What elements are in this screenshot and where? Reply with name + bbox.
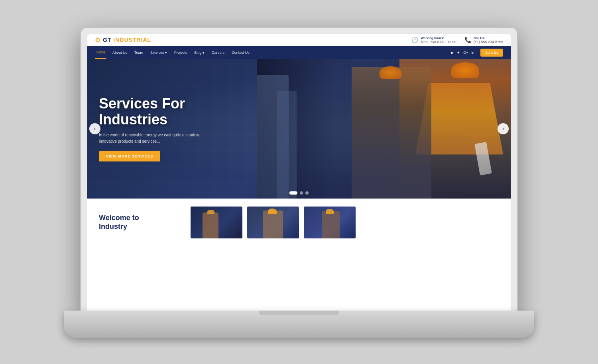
img1-helmet <box>207 210 214 214</box>
nav-link-team[interactable]: Team <box>134 47 144 59</box>
linkedin-icon[interactable]: in <box>471 51 474 55</box>
working-hours-label: Working hours: <box>421 36 456 40</box>
laptop-base <box>64 311 534 338</box>
bottom-images <box>191 207 499 238</box>
logo[interactable]: ⚙ GT INDUSTRIAL <box>95 36 151 44</box>
next-arrow-icon: › <box>502 126 504 132</box>
youtube-icon[interactable]: ▶ <box>451 51 454 55</box>
call-us-text: Call Us: (+1) 555 234-8765 <box>474 36 503 44</box>
hero-subtitle-line1: In the world of renewable energy we cast… <box>99 133 200 137</box>
nav-link-careers[interactable]: Careers <box>211 47 225 59</box>
img3-helmet <box>326 209 334 214</box>
bottom-image-1[interactable] <box>191 207 242 238</box>
twitter-icon[interactable]: ✦ <box>457 51 460 55</box>
hero-dot-1[interactable] <box>289 191 297 195</box>
laptop-screen: ⚙ GT INDUSTRIAL 🕐 Working hours: <box>87 34 511 314</box>
nav-link-services[interactable]: Services ▾ <box>150 47 168 59</box>
img3-worker <box>322 211 340 238</box>
nav-item-contact[interactable]: Contact Us <box>231 47 250 59</box>
working-hours-text: Working hours: Mon - Sat 8.00 - 18.00 <box>421 36 456 44</box>
hero-dot-3[interactable] <box>305 191 309 195</box>
nav-item-projects[interactable]: Projects <box>173 47 188 59</box>
nav-link-blog[interactable]: Blog ▾ <box>194 47 206 59</box>
hero-prev-button[interactable]: ‹ <box>89 123 100 134</box>
nav-item-about[interactable]: About Us <box>112 47 128 59</box>
logo-text: GT INDUSTRIAL <box>103 37 151 43</box>
call-us-value: (+1) 555 234-8765 <box>474 40 503 44</box>
hero-subtitle: In the world of renewable energy we cast… <box>99 132 200 145</box>
img1-worker <box>203 212 218 238</box>
hero-dots <box>289 191 309 195</box>
phone-icon: 📞 <box>464 37 471 43</box>
nav-item-blog[interactable]: Blog ▾ <box>194 47 206 59</box>
welcome-title: Welcome to Industry <box>99 214 179 231</box>
img2-helmet <box>268 209 277 214</box>
hero-title: Services For Industries <box>99 96 200 127</box>
welcome-title-line2: Industry <box>99 222 127 230</box>
hero-dot-2[interactable] <box>300 191 303 195</box>
view-more-services-button[interactable]: VIEW MORE SERVICES <box>99 151 160 161</box>
machine-2 <box>277 91 297 199</box>
nav-link-contact[interactable]: Contact Us <box>231 47 250 59</box>
img2-worker <box>263 211 283 238</box>
welcome-text: Welcome to Industry <box>99 214 179 231</box>
hero-subtitle-line2: innovative products and services... <box>99 139 160 144</box>
hero-section: ‹ Services For Industries In the world o… <box>87 59 511 199</box>
worker-left-body <box>352 67 431 199</box>
nav-item-services[interactable]: Services ▾ <box>150 47 168 59</box>
logo-industrial: INDUSTRIAL <box>113 37 151 43</box>
bottom-image-3[interactable] <box>304 207 356 238</box>
nav-social: ▶ ✦ G+ in Join Us <box>451 49 503 57</box>
helmet-left <box>380 66 401 79</box>
bottom-image-2[interactable] <box>247 207 299 238</box>
clock-icon: 🕐 <box>411 37 418 43</box>
google-plus-icon[interactable]: G+ <box>463 51 468 55</box>
hero-content: Services For Industries In the world of … <box>87 96 212 161</box>
logo-gt: GT <box>103 37 111 43</box>
website: ⚙ GT INDUSTRIAL 🕐 Working hours: <box>87 34 511 314</box>
call-us-info: 📞 Call Us: (+1) 555 234-8765 <box>464 36 503 44</box>
hero-title-line1: Services For <box>99 95 185 112</box>
nav-link-home[interactable]: Home <box>95 46 106 59</box>
call-us-label: Call Us: <box>474 36 503 40</box>
welcome-title-line1: Welcome to <box>99 214 139 222</box>
nav-links: Home About Us Team Services ▾ Projects B… <box>95 46 250 59</box>
join-us-button[interactable]: Join Us <box>480 49 503 57</box>
hero-next-button[interactable]: › <box>498 123 509 134</box>
laptop-frame: ⚙ GT INDUSTRIAL 🕐 Working hours: <box>80 27 518 338</box>
nav-item-team[interactable]: Team <box>134 47 144 59</box>
nav-bar: Home About Us Team Services ▾ Projects B… <box>87 46 511 59</box>
top-right-info: 🕐 Working hours: Mon - Sat 8.00 - 18.00 … <box>411 36 503 44</box>
helmet-right <box>451 62 479 78</box>
hero-title-line2: Industries <box>99 111 167 128</box>
nav-item-careers[interactable]: Careers <box>211 47 225 59</box>
hero-workers-area <box>257 59 511 199</box>
logo-icon: ⚙ <box>95 36 100 44</box>
working-hours-info: 🕐 Working hours: Mon - Sat 8.00 - 18.00 <box>411 36 456 44</box>
prev-arrow-icon: ‹ <box>94 126 96 132</box>
nav-link-about[interactable]: About Us <box>112 47 128 59</box>
bottom-section: Welcome to Industry <box>87 199 511 246</box>
nav-item-home[interactable]: Home <box>95 46 106 59</box>
laptop-body: ⚙ GT INDUSTRIAL 🕐 Working hours: <box>80 27 518 314</box>
top-bar: ⚙ GT INDUSTRIAL 🕐 Working hours: <box>87 34 511 46</box>
nav-link-projects[interactable]: Projects <box>173 47 188 59</box>
working-hours-value: Mon - Sat 8.00 - 18.00 <box>421 40 456 44</box>
